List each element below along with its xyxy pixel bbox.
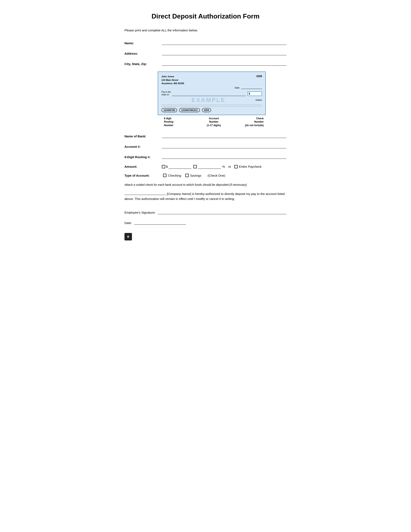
check-payto-label: Pay to theorder of: <box>162 91 171 96</box>
check-account-oval: 1234567891011 <box>179 108 200 112</box>
amount-percent-checkbox[interactable] <box>193 165 197 168</box>
check-dollar-box: $ <box>248 91 262 96</box>
check-city: Anywhere, MA 02345 <box>162 82 184 85</box>
entire-paycheck-group: Entire Paycheck <box>234 165 261 168</box>
authorization-body: is hereby authorized to directly deposit… <box>124 192 285 200</box>
name-field-row: Name: <box>124 40 287 45</box>
routing-number-row: 9-Digit Routing #: <box>124 154 287 159</box>
check-bottom-line <box>162 106 262 106</box>
entire-paycheck-checkbox[interactable] <box>234 165 238 168</box>
address-input-line[interactable] <box>162 51 287 55</box>
company-name-placeholder: Company Name <box>168 192 190 196</box>
account-number-label: Account #: <box>124 145 160 148</box>
form-section: Name of Bank: Account #: 9-Digit Routing… <box>124 133 287 177</box>
city-state-zip-input-line[interactable] <box>162 61 287 66</box>
check-diagram: John Jones 124 Main Street Anywhere, MA … <box>137 71 287 127</box>
check-name-address: John Jones 124 Main Street Anywhere, MA … <box>162 75 184 85</box>
dollar-sign: $ <box>166 165 168 168</box>
savings-label: Savings <box>190 174 201 177</box>
check-date-label: Date: <box>235 86 240 89</box>
percent-sign: % <box>222 165 225 168</box>
type-of-account-label: Type of Account: <box>124 174 160 177</box>
check-example-row: EXAMPLE Dollars <box>162 97 262 104</box>
check-payto-row: Pay to theorder of: $ <box>162 91 262 96</box>
bank-name-input-line[interactable] <box>162 133 287 138</box>
date-input-line[interactable] <box>134 220 186 225</box>
bank-name-label: Name of Bank: <box>124 134 160 138</box>
page-container: Direct Deposit Authorization Form Please… <box>124 8 287 240</box>
check-payto-line <box>172 92 246 96</box>
check-top-row: John Jones 124 Main Street Anywhere, MA … <box>162 75 262 85</box>
savings-option: Savings <box>185 174 201 177</box>
checking-checkbox[interactable] <box>163 174 166 177</box>
check-example-text: EXAMPLE <box>162 97 256 104</box>
check-one-label: (Check One) <box>208 174 225 177</box>
routing-number-input-line[interactable] <box>162 154 287 159</box>
company-name-blank[interactable] <box>124 195 166 195</box>
check-date-line <box>241 86 262 89</box>
check-routing-oval: 123456789 <box>162 108 177 112</box>
city-state-zip-label: City, State, Zip: <box>124 62 160 66</box>
account-number-input-line[interactable] <box>162 144 287 148</box>
amount-percent-input[interactable] <box>198 165 221 169</box>
subtitle-text: Please print and complete ALL the inform… <box>124 28 287 32</box>
check-middle-line <box>162 105 262 105</box>
check-number: 0259 <box>256 75 262 85</box>
signature-input-line[interactable] <box>158 210 287 214</box>
or-text: or <box>228 165 231 168</box>
page-title: Direct Deposit Authorization Form <box>124 8 287 20</box>
italic-note: Attach a voided check for each bank acco… <box>124 183 287 186</box>
amount-dollar-group: $ <box>162 165 191 169</box>
bank-name-row: Name of Bank: <box>124 133 287 138</box>
routing-label: 9 digitRoutingNumber <box>158 117 197 127</box>
check-address: 124 Main Street <box>162 78 184 82</box>
name-label: Name: <box>124 41 160 45</box>
amount-label: Amount: <box>124 165 160 168</box>
date-label: Date: <box>124 221 132 225</box>
signature-label: Employee's Signature: <box>124 211 156 214</box>
account-number-row: Account #: <box>124 144 287 148</box>
address-field-row: Address: <box>124 51 287 55</box>
amount-row: Amount: $ % or Entire Paycheck <box>124 165 287 169</box>
city-state-zip-field-row: City, State, Zip: <box>124 61 287 66</box>
entire-paycheck-label: Entire Paycheck <box>239 165 261 168</box>
check-date-row: Date: <box>162 86 262 89</box>
routing-number-label: 9-Digit Routing #: <box>124 155 160 159</box>
amount-percent-group: % <box>193 165 225 169</box>
checking-label: Checking <box>168 174 181 177</box>
check-checknum-oval: 0259 <box>202 108 211 112</box>
name-input-line[interactable] <box>162 40 287 45</box>
signature-row: Employee's Signature: <box>124 210 287 214</box>
check-dollar-sign: $ <box>249 92 250 95</box>
footer-icon-letter: e <box>127 234 129 239</box>
date-row: Date: <box>124 220 287 225</box>
check-number-label: CheckNumber(do not include) <box>230 117 266 127</box>
check-dollars-label: Dollars <box>256 99 262 101</box>
check-name: John Jones <box>162 75 184 78</box>
savings-checkbox[interactable] <box>185 174 189 177</box>
amount-dollar-checkbox[interactable] <box>162 165 165 168</box>
type-of-account-row: Type of Account: Checking Savings (Check… <box>124 174 287 177</box>
authorization-text: [Company Name] is hereby authorized to d… <box>124 191 287 201</box>
account-label: AccountNumber(1-17 digits) <box>197 117 230 127</box>
check-labels-row: 9 digitRoutingNumber AccountNumber(1-17 … <box>158 117 266 127</box>
type-options: Checking Savings (Check One) <box>163 174 225 177</box>
amount-dollar-input[interactable] <box>169 165 191 169</box>
checking-option: Checking <box>163 174 181 177</box>
address-label: Address: <box>124 52 160 55</box>
footer-icon: e <box>124 233 132 240</box>
check-numbers-row: 123456789 1234567891011 0259 <box>162 108 262 112</box>
check-image: John Jones 124 Main Street Anywhere, MA … <box>158 71 266 115</box>
